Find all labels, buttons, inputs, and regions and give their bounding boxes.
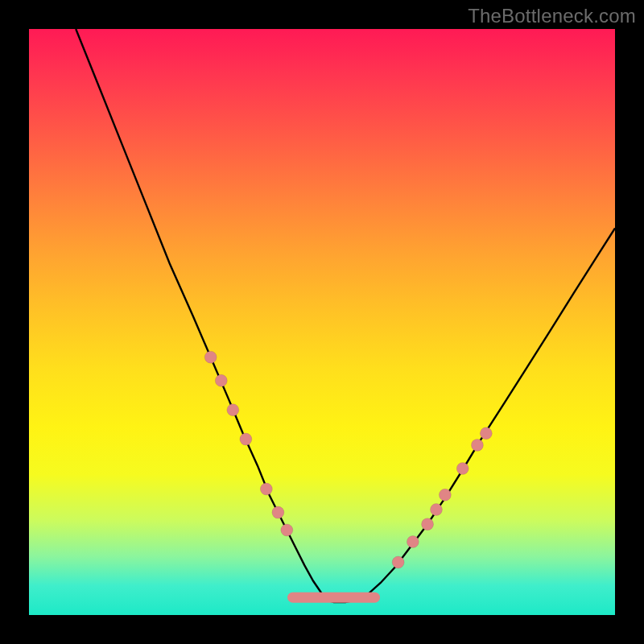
- highlight-dot: [227, 404, 239, 416]
- highlight-dot: [480, 427, 492, 440]
- curve-svg: [29, 29, 615, 615]
- watermark-text: TheBottleneck.com: [468, 5, 636, 27]
- highlight-dot: [407, 536, 419, 548]
- highlight-dot: [281, 524, 293, 536]
- highlight-dot: [215, 374, 227, 386]
- highlight-dot: [260, 483, 272, 495]
- highlight-dot: [422, 518, 434, 530]
- plot-area: [29, 29, 615, 615]
- highlight-dot: [430, 503, 442, 515]
- highlight-dot: [456, 463, 469, 475]
- highlight-dots: [204, 351, 492, 568]
- highlight-dot: [392, 556, 404, 568]
- highlight-dot: [204, 351, 217, 363]
- highlight-dot: [439, 489, 451, 501]
- bottleneck-curve: [76, 29, 615, 602]
- highlight-dot: [240, 433, 252, 445]
- highlight-dot: [471, 439, 483, 451]
- chart-frame: TheBottleneck.com: [0, 0, 644, 644]
- highlight-dot: [272, 506, 284, 518]
